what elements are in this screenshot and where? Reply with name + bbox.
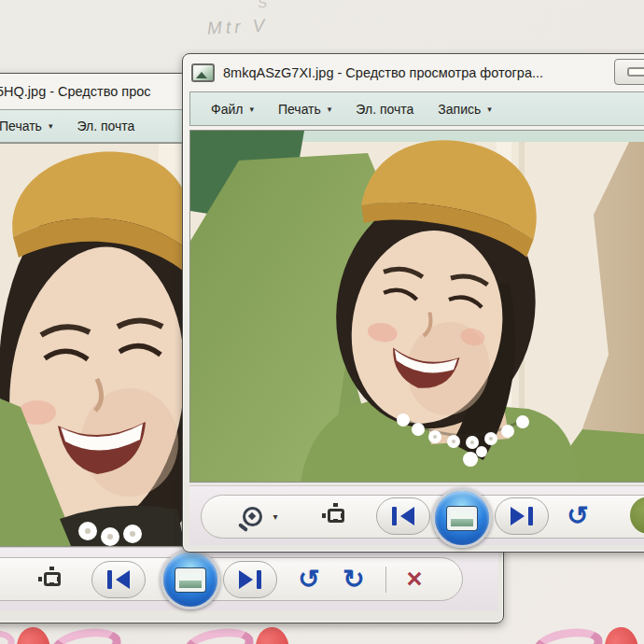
- photo-canvas: [189, 130, 644, 483]
- menubar: Файл ▾ Печать ▾ Эл. почта Запись ▾: [189, 91, 644, 126]
- window-title: 8mkqASzG7XI.jpg - Средство просмотра фот…: [223, 65, 543, 80]
- previous-button[interactable]: [376, 497, 430, 535]
- handwriting-scribble: Mtr V: [206, 15, 268, 38]
- menu-file[interactable]: Файл ▾: [211, 102, 254, 117]
- rotate-counterclockwise-button[interactable]: ↺: [292, 561, 326, 596]
- menu-burn[interactable]: Запись ▾: [438, 102, 491, 117]
- foreground-photo-viewer-window: 8mkqASzG7XI.jpg - Средство просмотра фот…: [182, 53, 644, 553]
- handwriting-scribble: S: [257, 0, 270, 11]
- next-icon: [511, 507, 525, 525]
- chevron-down-icon: ▾: [487, 105, 492, 114]
- minimize-icon: [627, 67, 644, 77]
- doodle-berry: [253, 625, 292, 644]
- zoom-button[interactable]: [238, 501, 266, 531]
- doodle-swirl: [50, 624, 123, 644]
- zoom-dropdown[interactable]: ▾: [270, 507, 281, 525]
- menu-email[interactable]: Эл. почта: [356, 102, 413, 117]
- desktop: S Mtr V 5HQ.jpg - Средство прос Печать ▾…: [0, 0, 644, 644]
- window-titlebar[interactable]: 8mkqASzG7XI.jpg - Средство просмотра фот…: [183, 54, 644, 91]
- play-slideshow-icon: [447, 507, 477, 530]
- play-slideshow-button[interactable]: [432, 488, 492, 548]
- next-icon: [239, 570, 253, 589]
- play-slideshow-icon: [175, 568, 205, 592]
- menu-label: Печать: [0, 119, 42, 133]
- chevron-down-icon: ▾: [328, 105, 332, 114]
- photo-laughing-woman: [190, 131, 644, 482]
- chevron-down-icon: ▾: [273, 511, 277, 522]
- delete-icon: ×: [407, 564, 423, 595]
- toolbar: ▾ ↺: [189, 485, 644, 545]
- previous-icon: [107, 570, 112, 589]
- toolbar: ↺ ↻ ×: [0, 547, 498, 610]
- minimize-button[interactable]: [614, 59, 644, 85]
- delete-button[interactable]: ×: [399, 561, 430, 596]
- menu-label: Файл: [211, 102, 243, 117]
- next-button[interactable]: [495, 497, 549, 535]
- menu-print[interactable]: Печать ▾: [278, 102, 331, 117]
- desktop-doodle: [534, 622, 638, 644]
- doodle-berry: [14, 625, 53, 644]
- rotate-ccw-icon: ↺: [298, 564, 319, 595]
- photo-viewer-icon: [191, 63, 215, 82]
- window-title: 5HQ.jpg - Средство прос: [0, 84, 151, 99]
- play-slideshow-button[interactable]: [161, 550, 220, 609]
- previous-icon: [392, 507, 397, 525]
- menu-label: Эл. почта: [356, 102, 413, 117]
- magnifier-icon: [243, 507, 262, 526]
- previous-button[interactable]: [91, 561, 146, 598]
- desktop-doodle: [185, 622, 289, 644]
- chevron-down-icon: ▾: [49, 121, 53, 131]
- actual-size-icon: [44, 572, 61, 586]
- rotate-counterclockwise-button[interactable]: ↺: [561, 497, 595, 533]
- doodle-swirl: [183, 624, 256, 644]
- actual-size-icon: [328, 509, 344, 523]
- menu-label: Эл. почта: [77, 119, 134, 133]
- toolbar-divider: [385, 567, 386, 593]
- desktop-doodle: [0, 622, 121, 644]
- menu-print[interactable]: Печать ▾: [0, 119, 52, 133]
- doodle-curl: [0, 629, 17, 644]
- menu-email[interactable]: Эл. почта: [77, 119, 134, 133]
- next-button[interactable]: [223, 561, 277, 598]
- menu-label: Запись: [438, 102, 481, 117]
- doodle-berry: [602, 625, 641, 644]
- chevron-down-icon: ▾: [249, 105, 254, 114]
- rotate-cw-icon: ↻: [343, 564, 364, 595]
- menu-label: Печать: [278, 102, 321, 117]
- rotate-ccw-icon: ↺: [567, 500, 588, 531]
- rotate-clockwise-button[interactable]: ↻: [337, 561, 371, 596]
- doodle-swirl: [532, 624, 605, 644]
- actual-size-button[interactable]: [320, 499, 352, 531]
- actual-size-button[interactable]: [36, 563, 68, 595]
